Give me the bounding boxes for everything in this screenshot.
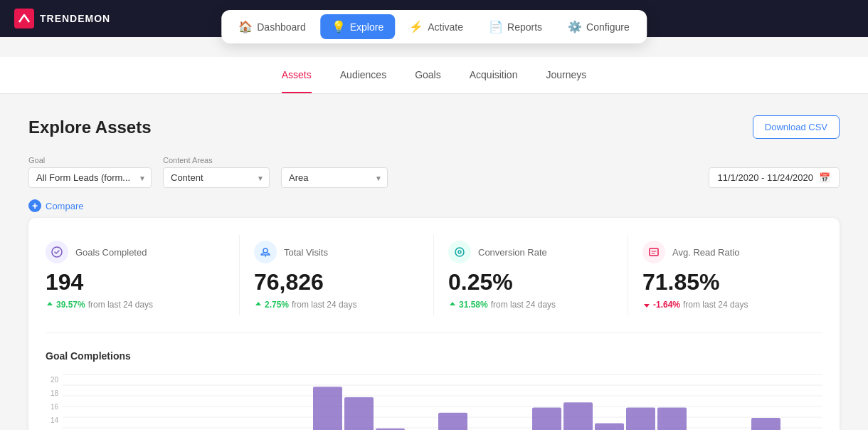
stat-visits-header: Total Visits bbox=[254, 241, 419, 263]
subnav-item-acquisition[interactable]: Acquisition bbox=[470, 58, 518, 93]
goals-completed-label: Goals Completed bbox=[75, 247, 147, 258]
goals-completed-icon bbox=[46, 241, 68, 263]
chart-section: Goal Completions 20 18 16 14 12 10 8 6 4… bbox=[46, 350, 822, 430]
compare-button[interactable]: + Compare bbox=[28, 199, 840, 212]
stats-card: Goals Completed 194 39.57% from last 24 … bbox=[28, 218, 840, 430]
conversion-rate-icon bbox=[448, 241, 471, 263]
reports-icon: 📄 bbox=[489, 20, 503, 33]
nav-item-activate-label: Activate bbox=[428, 21, 463, 33]
svg-rect-4 bbox=[650, 248, 658, 256]
svg-rect-35 bbox=[657, 408, 687, 431]
subnav-item-journeys[interactable]: Journeys bbox=[546, 58, 586, 93]
svg-rect-38 bbox=[751, 418, 780, 430]
avg-read-ratio-icon bbox=[642, 241, 665, 263]
area-filter-group: Area bbox=[281, 156, 388, 188]
avg-read-ratio-change-suffix: from last 24 days bbox=[683, 300, 748, 310]
svg-rect-25 bbox=[344, 397, 374, 430]
area-filter-label bbox=[281, 156, 388, 164]
date-range-picker[interactable]: 11/1/2020 - 11/24/2020 📅 bbox=[709, 167, 840, 188]
stat-read-header: Avg. Read Ratio bbox=[642, 241, 808, 263]
content-areas-label: Content Areas bbox=[163, 156, 270, 164]
bar-chart-svg bbox=[63, 373, 822, 430]
stat-goals-header: Goals Completed bbox=[46, 241, 225, 263]
svg-rect-31 bbox=[532, 408, 561, 431]
filters-row: Goal All Form Leads (form... Content Are… bbox=[28, 156, 840, 188]
conversion-rate-label: Conversion Rate bbox=[478, 247, 547, 258]
conversion-rate-change-suffix: from last 24 days bbox=[491, 300, 556, 310]
stats-row: Goals Completed 194 39.57% from last 24 … bbox=[46, 235, 822, 333]
plus-icon: + bbox=[28, 199, 41, 212]
goal-select[interactable]: All Form Leads (form... bbox=[28, 167, 152, 188]
total-visits-value: 76,826 bbox=[254, 269, 419, 295]
area-select-wrapper: Area bbox=[281, 167, 388, 188]
stat-avg-read-ratio: Avg. Read Ratio 71.85% -1.64% from last … bbox=[628, 235, 822, 315]
svg-rect-34 bbox=[626, 408, 655, 431]
avg-read-ratio-label: Avg. Read Ratio bbox=[672, 247, 739, 258]
goal-filter-group: Goal All Form Leads (form... bbox=[28, 156, 152, 188]
nav-item-configure-label: Configure bbox=[586, 21, 630, 33]
goals-completed-value: 194 bbox=[46, 269, 225, 295]
total-visits-change: 2.75% from last 24 days bbox=[254, 300, 419, 310]
avg-read-ratio-change-value: -1.64% bbox=[653, 300, 680, 310]
compare-label: Compare bbox=[46, 201, 83, 211]
content-areas-filter-group: Content Areas Content bbox=[163, 156, 270, 188]
nav-item-reports-label: Reports bbox=[507, 21, 542, 33]
main-content: Explore Assets Download CSV Goal All For… bbox=[0, 94, 868, 430]
nav-item-explore[interactable]: 💡 Explore bbox=[320, 14, 395, 39]
nav-item-activate[interactable]: ⚡ Activate bbox=[398, 14, 475, 39]
avg-read-ratio-change: -1.64% from last 24 days bbox=[642, 300, 808, 310]
page-title: Explore Assets bbox=[28, 117, 152, 137]
explore-icon: 💡 bbox=[332, 20, 346, 33]
goals-completed-change: 39.57% from last 24 days bbox=[46, 300, 225, 310]
floating-nav: 🏠 Dashboard 💡 Explore ⚡ Activate 📄 Repor… bbox=[221, 10, 647, 43]
svg-point-2 bbox=[455, 248, 464, 256]
date-range-text: 11/1/2020 - 11/24/2020 bbox=[718, 172, 813, 183]
conversion-rate-value: 0.25% bbox=[448, 269, 613, 295]
svg-point-3 bbox=[458, 251, 461, 253]
nav-item-dashboard[interactable]: 🏠 Dashboard bbox=[227, 14, 317, 39]
conversion-rate-change-value: 31.58% bbox=[459, 300, 488, 310]
activate-icon: ⚡ bbox=[409, 20, 423, 33]
logo-icon bbox=[14, 9, 34, 28]
total-visits-icon bbox=[254, 241, 277, 263]
stat-total-visits: Total Visits 76,826 2.75% from last 24 d… bbox=[240, 235, 434, 315]
logo-text: TRENDEMON bbox=[40, 13, 110, 24]
stat-conversion-header: Conversion Rate bbox=[448, 241, 613, 263]
download-csv-button[interactable]: Download CSV bbox=[753, 115, 840, 139]
svg-rect-32 bbox=[563, 402, 593, 430]
subnav-item-goals[interactable]: Goals bbox=[415, 58, 441, 93]
total-visits-change-value: 2.75% bbox=[265, 300, 289, 310]
svg-rect-24 bbox=[313, 387, 342, 430]
content-select[interactable]: Content bbox=[163, 167, 270, 188]
content-select-wrapper: Content bbox=[163, 167, 270, 188]
dashboard-icon: 🏠 bbox=[238, 20, 253, 33]
chart-title: Goal Completions bbox=[46, 350, 822, 362]
topbar: TRENDEMON 🏠 Dashboard 💡 Explore ⚡ Activa… bbox=[0, 0, 868, 37]
svg-rect-28 bbox=[438, 413, 467, 430]
stat-goals-completed: Goals Completed 194 39.57% from last 24 … bbox=[46, 235, 240, 315]
goals-completed-change-suffix: from last 24 days bbox=[88, 300, 153, 310]
subnav-item-audiences[interactable]: Audiences bbox=[340, 58, 386, 93]
calendar-icon: 📅 bbox=[819, 172, 830, 183]
stat-conversion-rate: Conversion Rate 0.25% 31.58% from last 2… bbox=[434, 235, 628, 315]
goal-filter-label: Goal bbox=[28, 156, 152, 164]
goals-completed-change-value: 39.57% bbox=[56, 300, 85, 310]
goal-select-wrapper: All Form Leads (form... bbox=[28, 167, 152, 188]
nav-item-reports[interactable]: 📄 Reports bbox=[477, 14, 554, 39]
chart-container: 20 18 16 14 12 10 8 6 4 2 bbox=[46, 373, 822, 430]
total-visits-label: Total Visits bbox=[284, 247, 328, 258]
conversion-rate-change: 31.58% from last 24 days bbox=[448, 300, 613, 310]
nav-item-dashboard-label: Dashboard bbox=[257, 21, 306, 33]
subnav-item-assets[interactable]: Assets bbox=[282, 58, 312, 93]
area-select[interactable]: Area bbox=[281, 167, 388, 188]
avg-read-ratio-value: 71.85% bbox=[642, 269, 808, 295]
total-visits-change-suffix: from last 24 days bbox=[292, 300, 356, 310]
nav-item-explore-label: Explore bbox=[350, 21, 383, 33]
configure-icon: ⚙️ bbox=[568, 20, 582, 33]
nav-item-configure[interactable]: ⚙️ Configure bbox=[556, 14, 641, 39]
logo-area: TRENDEMON bbox=[14, 9, 110, 28]
subnav: Assets Audiences Goals Acquisition Journ… bbox=[0, 57, 868, 94]
svg-rect-33 bbox=[595, 423, 624, 430]
svg-point-1 bbox=[263, 248, 268, 253]
page-header: Explore Assets Download CSV bbox=[28, 115, 840, 139]
